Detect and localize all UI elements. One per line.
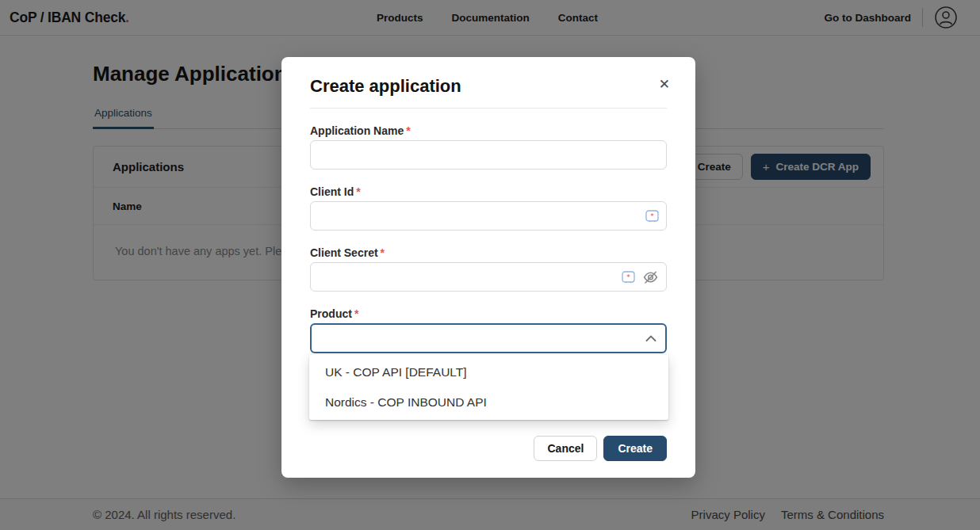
product-label: Product* — [310, 307, 667, 320]
close-icon[interactable]: ✕ — [659, 78, 670, 91]
client-secret-input[interactable] — [310, 262, 667, 292]
create-application-modal: Create application ✕ Application Name* C… — [281, 57, 695, 478]
toggle-visibility-eye-off-icon[interactable] — [642, 269, 659, 285]
create-submit-button[interactable]: Create — [603, 436, 667, 461]
svg-text:*: * — [650, 212, 654, 219]
application-name-label: Application Name* — [310, 124, 667, 137]
label-text: Client Secret — [310, 246, 378, 259]
modal-actions: Cancel Create — [310, 436, 667, 461]
client-id-input[interactable] — [310, 201, 667, 231]
client-secret-wrap: * — [310, 262, 667, 292]
dropdown-option-uk-cop-api[interactable]: UK - COP API [DEFAULT] — [309, 357, 668, 387]
password-manager-icon: * — [645, 209, 659, 223]
password-manager-icon: * — [622, 270, 635, 284]
client-id-label: Client Id* — [310, 185, 667, 198]
required-asterisk: * — [354, 307, 358, 320]
application-name-wrap — [310, 140, 667, 170]
required-asterisk: * — [406, 124, 410, 137]
dropdown-option-nordics-cop-inbound-api[interactable]: Nordics - COP INBOUND API — [309, 387, 668, 418]
required-asterisk: * — [356, 185, 360, 198]
client-id-wrap: * — [310, 201, 667, 231]
client-secret-label: Client Secret* — [310, 246, 667, 259]
application-name-input[interactable] — [310, 140, 667, 170]
label-text: Application Name — [310, 124, 404, 137]
required-asterisk: * — [381, 246, 385, 259]
product-dropdown-list: UK - COP API [DEFAULT] Nordics - COP INB… — [309, 355, 668, 420]
svg-text:*: * — [626, 273, 630, 280]
label-text: Product — [310, 307, 352, 320]
modal-title: Create application — [310, 76, 667, 97]
chevron-up-icon — [645, 335, 657, 342]
modal-title-divider — [310, 108, 667, 109]
modal-title-row: Create application ✕ — [310, 76, 667, 97]
label-text: Client Id — [310, 185, 354, 198]
cancel-button[interactable]: Cancel — [534, 436, 597, 461]
product-select-wrap: UK - COP API [DEFAULT] Nordics - COP INB… — [310, 323, 667, 353]
product-select[interactable] — [310, 323, 667, 353]
